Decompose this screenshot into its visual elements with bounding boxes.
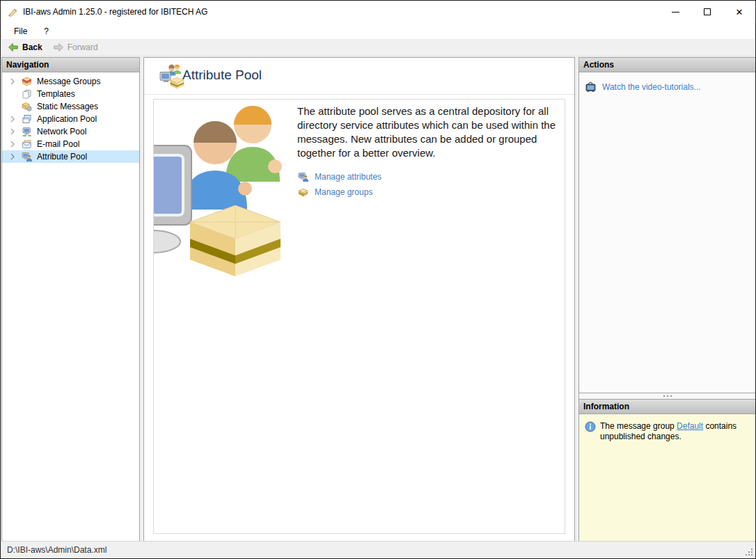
nav-item-network-pool[interactable]: Network Pool [2,125,139,138]
maximize-icon [704,8,711,15]
close-icon: ✕ [736,8,743,17]
nav-item-message-groups[interactable]: Message Groups [2,75,139,88]
chevron-spacer [7,89,17,99]
forward-button[interactable]: Forward [49,40,102,54]
minimize-icon [672,12,679,13]
actions-panel: Actions Watch the video-tutorials... [578,57,756,393]
expand-chevron-icon[interactable] [7,77,17,86]
app-icon [7,6,19,18]
back-label: Back [22,42,42,52]
information-header: Information [579,400,755,414]
nav-item-templates[interactable]: Templates [2,88,139,100]
minimize-button[interactable] [659,1,691,23]
attribute-pool-icon [21,151,33,162]
maximize-button[interactable] [691,1,723,23]
menu-help[interactable]: ? [38,24,55,38]
message-groups-icon [21,76,33,87]
nav-item-email-pool[interactable]: E-mail Pool [2,138,139,150]
tv-icon [585,81,597,93]
nav-item-label: Static Messages [37,102,98,111]
templates-icon [21,88,33,100]
navigation-header: Navigation [2,58,139,72]
forward-arrow-icon [53,42,64,53]
page-title: Attribute Pool [182,68,262,83]
navigation-tree: Message Groups Templates [2,72,139,163]
close-button[interactable]: ✕ [723,1,755,23]
actions-header: Actions [579,58,755,72]
manage-attributes-icon [297,171,309,182]
nav-item-label: Network Pool [37,127,86,136]
main-content-panel: Attribute Pool [143,57,575,542]
watch-video-tutorials-link[interactable]: Watch the video-tutorials... [602,82,701,92]
navigation-panel: Navigation Message Groups T [1,57,140,542]
expand-chevron-icon[interactable] [7,152,17,162]
pool-description: The attribute pool serves as a central d… [297,104,556,160]
video-tutorials-row: Watch the video-tutorials... [585,79,750,95]
nav-item-label: Message Groups [37,77,100,86]
info-text-before: The message group [600,421,677,431]
default-group-link[interactable]: Default [677,421,703,431]
window-title: IBI-aws Admin 1.25.0 - registered for IB… [23,7,207,17]
back-button[interactable]: Back [3,40,47,54]
toolbar: Back Forward [1,39,755,56]
expand-chevron-icon[interactable] [7,139,17,149]
network-pool-icon [21,126,33,137]
nav-item-application-pool[interactable]: Application Pool [2,113,139,125]
email-pool-icon [21,139,33,150]
nav-item-static-messages[interactable]: Static Messages [2,100,139,113]
static-messages-icon [21,101,33,112]
forward-label: Forward [68,42,98,52]
splitter-dot [670,395,672,397]
nav-item-label: Attribute Pool [37,152,87,162]
manage-groups-link[interactable]: Manage groups [315,187,372,197]
manage-groups-row: Manage groups [297,184,381,200]
splitter-dot [667,395,668,397]
nav-item-label: Templates [37,89,75,99]
attribute-pool-header-icon [159,64,184,89]
information-panel: Information The message group Default co… [578,399,756,542]
menu-file[interactable]: File [8,24,33,38]
page-header: Attribute Pool [144,58,574,95]
menu-bar: File ? [1,23,755,39]
info-icon [585,421,596,432]
nav-item-label: E-mail Pool [37,139,79,149]
manage-attributes-row: Manage attributes [297,169,381,184]
title-bar: IBI-aws Admin 1.25.0 - registered for IB… [1,1,755,23]
attribute-pool-illustration [154,102,293,278]
nav-item-label: Application Pool [37,114,97,124]
resize-grip[interactable] [744,547,753,556]
nav-item-attribute-pool[interactable]: Attribute Pool [2,150,139,163]
panel-splitter[interactable] [578,393,756,399]
manage-attributes-link[interactable]: Manage attributes [315,172,381,182]
application-pool-icon [21,113,33,125]
content-card: The attribute pool serves as a central d… [153,99,565,534]
splitter-dot [663,395,665,397]
right-panel: Actions Watch the video-tutorials... [578,57,756,542]
information-message: The message group Default contains unpub… [600,421,739,442]
app-window: IBI-aws Admin 1.25.0 - registered for IB… [0,0,756,559]
chevron-spacer [7,102,17,111]
data-file-path: D:\IBI-aws\Admin\Data.xml [7,545,107,555]
manage-links: Manage attributes Manage groups [297,169,381,200]
expand-chevron-icon[interactable] [7,114,17,124]
back-arrow-icon [8,42,19,53]
expand-chevron-icon[interactable] [7,127,17,136]
manage-groups-icon [297,187,309,198]
status-bar: D:\IBI-aws\Admin\Data.xml [1,541,755,558]
